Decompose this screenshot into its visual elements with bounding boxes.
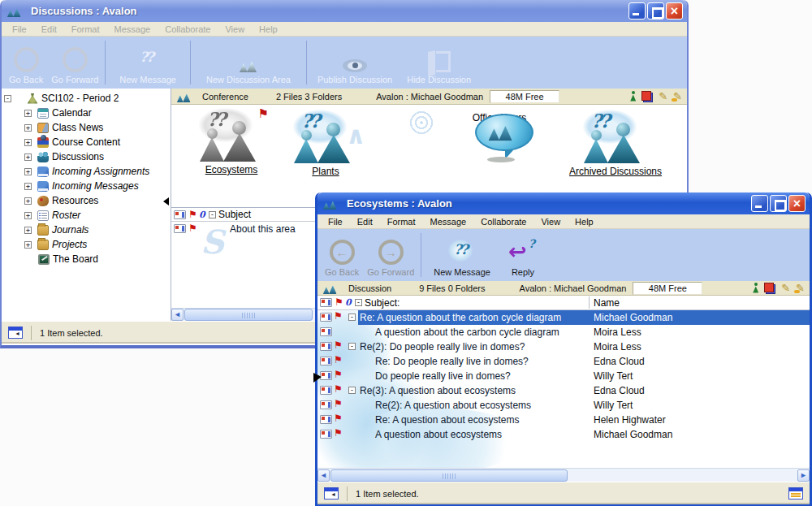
- go-forward-button[interactable]: Go Forward: [47, 38, 102, 87]
- tree-item-class-news[interactable]: Class News: [2, 120, 171, 135]
- close-button[interactable]: [666, 2, 683, 19]
- tree-item-roster[interactable]: Roster: [2, 208, 171, 223]
- conference-item-ecosystems[interactable]: ?? Ecosystems: [186, 108, 277, 176]
- menu-edit[interactable]: Edit: [34, 23, 64, 36]
- flask-icon: [27, 93, 38, 104]
- expand-icon[interactable]: [24, 227, 32, 234]
- conference-item-archived-discussions[interactable]: ?? Archived Discussions: [555, 110, 676, 178]
- permissions-pencil-icon[interactable]: [796, 282, 805, 294]
- close-button[interactable]: [788, 195, 806, 212]
- tree-item-journals[interactable]: Journals: [2, 223, 171, 237]
- horizontal-scrollbar[interactable]: [317, 468, 810, 482]
- message-row[interactable]: A question about the carbon cycle diagra…: [317, 325, 810, 339]
- message-icon: [320, 371, 332, 380]
- menu-message[interactable]: Message: [423, 215, 474, 228]
- conference-item-plants[interactable]: ?? Plants: [285, 110, 366, 178]
- scroll-right-button[interactable]: [797, 469, 810, 482]
- menu-file[interactable]: File: [5, 23, 34, 36]
- tree-item-resources[interactable]: Resources: [2, 193, 171, 208]
- new-message-button[interactable]: New Message: [108, 38, 188, 87]
- expand-icon[interactable]: [24, 241, 32, 249]
- menu-format[interactable]: Format: [64, 23, 107, 36]
- new-message-icon: [448, 240, 476, 265]
- maximize-button[interactable]: [647, 2, 664, 19]
- forms-icon[interactable]: [641, 91, 653, 102]
- scroll-left-button[interactable]: [171, 309, 184, 321]
- permissions-pencil-icon[interactable]: [673, 90, 682, 102]
- tree-item-incoming-assignments[interactable]: Incoming Assignments: [2, 164, 171, 179]
- hide-discussion-button[interactable]: Hide Discussion: [400, 38, 477, 87]
- conference-item-office-hours[interactable]: Office Hours: [454, 110, 545, 124]
- tree-item-course-content[interactable]: Course Content: [2, 135, 171, 149]
- minimize-button[interactable]: [751, 195, 768, 212]
- tree-item-incoming-messages[interactable]: Incoming Messages: [2, 179, 171, 193]
- menu-view[interactable]: View: [218, 23, 252, 36]
- scrollbar-thumb[interactable]: [184, 309, 313, 321]
- reply-button[interactable]: Reply: [500, 231, 546, 279]
- message-row[interactable]: Re: A question about ecosystems Helen Hi…: [317, 413, 810, 427]
- message-icon: [320, 357, 332, 365]
- panel-toggle-icon[interactable]: [8, 327, 23, 339]
- collapse-all-icon[interactable]: [209, 211, 216, 218]
- view-grid-icon[interactable]: [788, 487, 803, 500]
- expand-icon[interactable]: [24, 124, 32, 132]
- panel-toggle-icon[interactable]: [324, 487, 339, 500]
- go-forward-button[interactable]: Go Forward: [363, 231, 418, 279]
- collapse-icon[interactable]: [4, 95, 11, 102]
- tree-item-discussions[interactable]: Discussions: [2, 149, 171, 164]
- expand-icon[interactable]: [24, 212, 32, 219]
- menu-collaborate[interactable]: Collaborate: [158, 23, 218, 36]
- expand-icon[interactable]: [24, 154, 32, 161]
- message-sender: Michael Goodman: [594, 429, 672, 440]
- expand-icon[interactable]: [24, 168, 32, 175]
- menu-view[interactable]: View: [533, 215, 568, 228]
- menu-collaborate[interactable]: Collaborate: [473, 215, 533, 228]
- menu-help[interactable]: Help: [568, 215, 601, 228]
- collapse-thread-icon[interactable]: [348, 314, 356, 321]
- discussions-titlebar[interactable]: Discussions : Avalon: [2, 0, 687, 22]
- discussions-icon: [37, 152, 49, 162]
- publish-discussion-button[interactable]: Publish Discussion: [309, 38, 400, 87]
- scrollbar-thumb[interactable]: [330, 469, 568, 482]
- menu-edit[interactable]: Edit: [350, 215, 380, 228]
- scroll-left-button[interactable]: [317, 469, 330, 482]
- maximize-button[interactable]: [770, 195, 787, 212]
- message-row[interactable]: Re(2): Do people really live in domes? M…: [317, 339, 810, 354]
- collapse-thread-icon[interactable]: [348, 343, 356, 350]
- message-row[interactable]: Do people really live in domes? Willy Te…: [317, 369, 810, 383]
- message-row[interactable]: Re: A question about the carbon cycle di…: [317, 310, 810, 325]
- tree-item-calendar[interactable]: Calendar: [2, 106, 171, 120]
- collapse-thread-icon[interactable]: [348, 387, 356, 394]
- new-discussion-area-button[interactable]: New Discussion Area: [193, 38, 304, 87]
- menu-help[interactable]: Help: [252, 23, 285, 36]
- edit-pencil-icon[interactable]: [781, 282, 790, 294]
- go-back-button[interactable]: Go Back: [5, 38, 47, 87]
- column-divider[interactable]: [589, 296, 590, 309]
- message-row[interactable]: Re(3): A question about ecosystems Edna …: [317, 383, 810, 398]
- splitter-collapse-icon[interactable]: [163, 197, 169, 205]
- tree-item-projects[interactable]: Projects: [2, 237, 171, 252]
- tree-item-sci102[interactable]: SCI102 - Period 2: [2, 91, 171, 106]
- minimize-button[interactable]: [628, 2, 646, 19]
- expand-icon[interactable]: [24, 197, 32, 205]
- message-row[interactable]: A question about ecosystems Michael Good…: [317, 427, 810, 442]
- menu-format[interactable]: Format: [380, 215, 423, 228]
- tree-item-the-board[interactable]: The Board: [2, 252, 171, 266]
- presence-icon[interactable]: [753, 283, 758, 294]
- expand-icon[interactable]: [24, 139, 32, 146]
- ecosystems-titlebar[interactable]: Ecosystems : Avalon: [317, 192, 810, 214]
- go-back-button[interactable]: Go Back: [321, 231, 363, 279]
- envelope-icon: [174, 210, 186, 219]
- edit-pencil-icon[interactable]: [659, 90, 667, 102]
- presence-icon[interactable]: [630, 91, 636, 102]
- forms-icon[interactable]: [764, 283, 775, 294]
- menu-file[interactable]: File: [321, 215, 350, 228]
- message-row[interactable]: Re: Do people really live in domes? Edna…: [317, 354, 810, 369]
- expand-icon[interactable]: [24, 110, 32, 117]
- expand-icon[interactable]: [24, 183, 32, 190]
- message-row[interactable]: Re(2): A question about ecosystems Willy…: [317, 398, 810, 413]
- collapse-all-icon[interactable]: [355, 299, 362, 306]
- menu-message[interactable]: Message: [107, 23, 158, 36]
- message-list-header[interactable]: Subject: Name: [317, 296, 810, 310]
- new-message-button[interactable]: New Message: [424, 231, 500, 279]
